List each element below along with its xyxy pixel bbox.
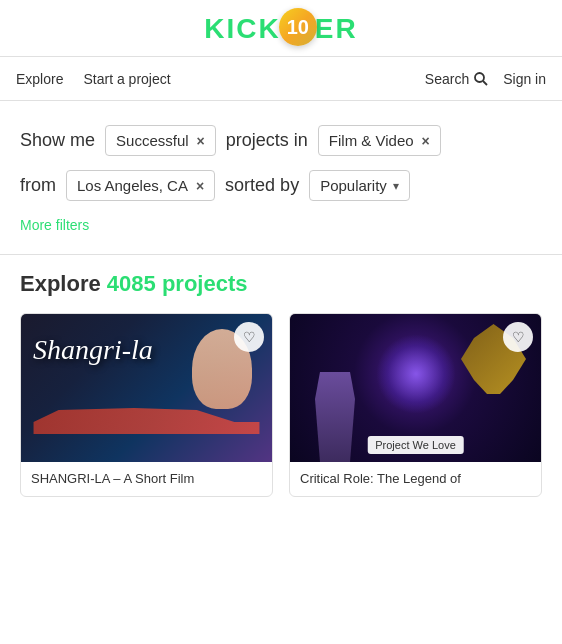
filter-row-1: Show me Successful × projects in Film & …	[20, 125, 542, 156]
filters-section: Show me Successful × projects in Film & …	[0, 101, 562, 246]
nav-explore[interactable]: Explore	[16, 71, 63, 87]
cards-grid: Shangri-la ♡ SHANGRI-LA – A Short Film	[20, 313, 542, 497]
category-tag-label: Film & Video	[329, 132, 414, 149]
successful-tag[interactable]: Successful ×	[105, 125, 216, 156]
nav-start-project[interactable]: Start a project	[83, 71, 170, 87]
search-label: Search	[425, 71, 469, 87]
card-badge-2: Project We Love	[367, 436, 464, 454]
explore-label: Explore	[20, 271, 101, 296]
card-title-2: Critical Role: The Legend of	[290, 462, 541, 496]
cr-glow	[376, 334, 456, 414]
logo-left: KICK	[204, 13, 280, 45]
car-shape	[21, 402, 272, 442]
search-button[interactable]: Search	[425, 71, 489, 87]
sorted-by-label: sorted by	[225, 175, 299, 196]
successful-tag-label: Successful	[116, 132, 189, 149]
location-tag[interactable]: Los Angeles, CA ×	[66, 170, 215, 201]
heart-icon-2: ♡	[512, 329, 525, 345]
nav-left: Explore Start a project	[16, 71, 425, 87]
sort-tag-label: Popularity	[320, 177, 387, 194]
card-critical-role[interactable]: ♡ Project We Love Critical Role: The Leg…	[289, 313, 542, 497]
filter-row-2: from Los Angeles, CA × sorted by Popular…	[20, 170, 542, 201]
card-shangri-la[interactable]: Shangri-la ♡ SHANGRI-LA – A Short Film	[20, 313, 273, 497]
show-me-label: Show me	[20, 130, 95, 151]
sign-in-button[interactable]: Sign in	[503, 71, 546, 87]
sort-tag[interactable]: Popularity ▾	[309, 170, 410, 201]
more-filters-link[interactable]: More filters	[20, 217, 89, 233]
card-heart-1[interactable]: ♡	[234, 322, 264, 352]
successful-tag-close[interactable]: ×	[197, 133, 205, 149]
card-title-1: SHANGRI-LA – A Short Film	[21, 462, 272, 496]
cr-character	[310, 372, 360, 462]
svg-line-1	[483, 81, 487, 85]
svg-point-0	[475, 73, 484, 82]
explore-section: Explore 4085 projects Shangri-la ♡ SHANG…	[0, 271, 562, 513]
card-image-2: ♡ Project We Love	[290, 314, 541, 462]
heart-icon-1: ♡	[243, 329, 256, 345]
nav-right: Search Sign in	[425, 71, 546, 87]
projects-in-label: projects in	[226, 130, 308, 151]
divider	[0, 254, 562, 255]
card-image-1: Shangri-la ♡	[21, 314, 272, 462]
location-tag-label: Los Angeles, CA	[77, 177, 188, 194]
category-tag-close[interactable]: ×	[422, 133, 430, 149]
card-heart-2[interactable]: ♡	[503, 322, 533, 352]
logo-right: ER	[315, 13, 358, 45]
category-tag[interactable]: Film & Video ×	[318, 125, 441, 156]
search-icon	[473, 71, 489, 87]
explore-heading: Explore 4085 projects	[20, 271, 542, 297]
from-label: from	[20, 175, 56, 196]
logo-bar: KICK 10 ER	[0, 0, 562, 57]
location-tag-close[interactable]: ×	[196, 178, 204, 194]
sort-dropdown-arrow: ▾	[393, 179, 399, 193]
logo-badge: 10	[279, 8, 317, 46]
nav-bar: Explore Start a project Search Sign in	[0, 57, 562, 101]
explore-count: 4085 projects	[107, 271, 248, 296]
shangri-la-text: Shangri-la	[33, 334, 153, 366]
